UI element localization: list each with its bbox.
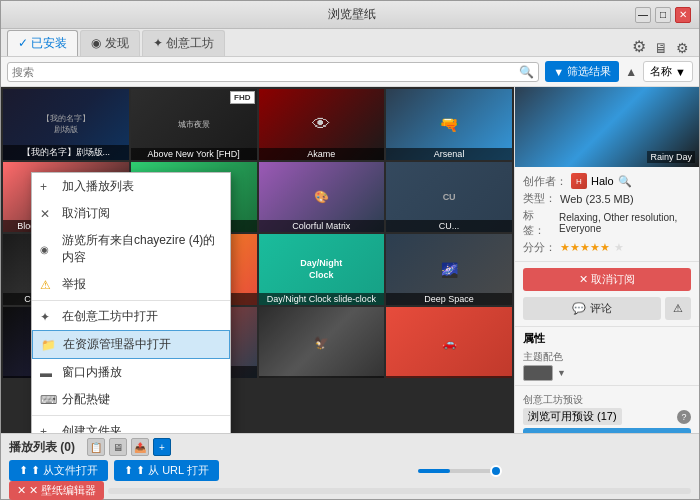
app-window: 浏览壁纸 — □ ✕ ✓ 已安装 ◉ 发现 ✦ 创意工坊 ⚙ 🖥 ⚙ 🔍 (0, 0, 700, 500)
grid-item-15[interactable]: 🦅 (259, 307, 385, 378)
grid-item-2-label: Above New York [FHD] (131, 148, 257, 160)
open-file-label: ⬆ 从文件打开 (31, 463, 98, 478)
grid-item-11-label: Day/Night Clock slide-clock (259, 293, 385, 305)
sort-button[interactable]: 名称 ▼ (643, 61, 693, 82)
open-file-icon: ⬆ (19, 464, 28, 477)
rp-star-add[interactable]: ★ (614, 241, 624, 254)
bottom-icons: 📋 🖥 📤 + (87, 438, 171, 456)
rp-unsubscribe-button[interactable]: ✕ 取消订阅 (523, 268, 691, 291)
cm-report-label: 举报 (62, 276, 86, 293)
bottom-row1: 播放列表 (0) 📋 🖥 📤 + (1, 434, 699, 460)
close-button[interactable]: ✕ (675, 7, 691, 23)
open-file-button[interactable]: ⬆ ⬆ 从文件打开 (9, 460, 108, 481)
tab-installed-icon: ✓ (18, 36, 31, 50)
rp-available-label: 浏览可用预设 (17) (523, 408, 622, 425)
monitor-icon[interactable]: 🖥 (650, 40, 672, 56)
filter-button[interactable]: ▼ 筛选结果 (545, 61, 619, 82)
main-area: 【我的名字】剧场版 【我的名字】剧场版... FHD 城市夜景 Above Ne… (1, 87, 699, 433)
grid-item-8-label: CU... (386, 220, 512, 232)
rp-comment-button[interactable]: 💬 评论 (523, 297, 661, 320)
search-author-icon[interactable]: 🔍 (618, 175, 632, 188)
sort-label: 名称 (650, 64, 672, 79)
slider-fill (418, 469, 450, 473)
rp-help-icon[interactable]: ? (677, 410, 691, 424)
rp-author-label: 创作者： (523, 174, 567, 189)
rp-author-name: Halo (591, 175, 614, 187)
rp-type-label: 类型： (523, 191, 556, 206)
cm-create-folder-icon: + (40, 425, 47, 434)
context-menu: + 加入播放列表 ✕ 取消订阅 ◉ 游览所有来自chayezire (4)的内容… (31, 172, 231, 433)
progress-bar (108, 488, 691, 494)
cm-browse-icon: ◉ (40, 244, 49, 255)
cm-open-workshop[interactable]: ✦ 在创意工坊中打开 (32, 303, 230, 330)
tab-discover-label: 发现 (105, 36, 129, 50)
cm-hotkey-label: 分配热键 (62, 391, 110, 408)
playlist-icon-2[interactable]: 🖥 (109, 438, 127, 456)
playlist-icon-1[interactable]: 📋 (87, 438, 105, 456)
title-bar: 浏览壁纸 — □ ✕ (1, 1, 699, 29)
grid-item-8[interactable]: CU CU... (386, 162, 512, 233)
cm-browse-author[interactable]: ◉ 游览所有来自chayezire (4)的内容 (32, 227, 230, 271)
search-input[interactable] (12, 66, 519, 78)
wallpaper-edit-button[interactable]: ✕ ✕ 壁纸编辑器 (9, 481, 104, 500)
grid-item-1[interactable]: 【我的名字】剧场版 【我的名字】剧场版... (3, 89, 129, 160)
warn-icon: ⚠ (673, 302, 683, 315)
tab-discover[interactable]: ◉ 发现 (80, 30, 139, 56)
minimize-button[interactable]: — (635, 7, 651, 23)
grid-item-7[interactable]: 🎨 Colorful Matrix (259, 162, 385, 233)
tabs-bar: ✓ 已安装 ◉ 发现 ✦ 创意工坊 ⚙ 🖥 ⚙ (1, 29, 699, 57)
cm-window-play[interactable]: ▬ 窗口内播放 (32, 359, 230, 386)
rp-warn-button[interactable]: ⚠ (665, 297, 691, 320)
edit-icon: ✕ (17, 484, 26, 497)
open-url-button[interactable]: ⬆ ⬆ 从 URL 打开 (114, 460, 219, 481)
grid-item-12-label: Deep Space (386, 293, 512, 305)
grid-item-12[interactable]: 🌌 Deep Space (386, 234, 512, 305)
grid-item-16[interactable]: 🚗 (386, 307, 512, 378)
grid-item-3[interactable]: 👁 Akame (259, 89, 385, 160)
grid-item-4[interactable]: 🔫 Arsenal (386, 89, 512, 160)
cm-hotkey[interactable]: ⌨ 分配热键 (32, 386, 230, 413)
sort-down-icon: ▼ (675, 66, 686, 78)
right-panel: Rainy Day 创作者： H Halo 🔍 类型： Web (23.5 MB… (514, 87, 699, 433)
playlist-add-button[interactable]: + (153, 438, 171, 456)
toolbar: 🔍 ▼ 筛选结果 ▲ 名称 ▼ (1, 57, 699, 87)
rp-score-label: 分分： (523, 240, 556, 255)
playlist-icon-3[interactable]: 📤 (131, 438, 149, 456)
cm-workshop-icon: ✦ (40, 310, 50, 324)
tab-discover-icon: ◉ (91, 36, 104, 50)
rp-author: H Halo 🔍 (571, 173, 632, 189)
cm-create-folder[interactable]: + 创建文件夹 (32, 418, 230, 433)
rp-color-box[interactable] (523, 365, 553, 381)
rp-theme-label: 主题配色 (523, 350, 691, 364)
open-url-label: ⬆ 从 URL 打开 (136, 463, 209, 478)
fhd-badge: FHD (230, 91, 254, 104)
rp-preview-label: Rainy Day (647, 151, 695, 163)
search-box[interactable]: 🔍 (7, 62, 539, 82)
edit-label: ✕ 壁纸编辑器 (29, 483, 96, 498)
maximize-button[interactable]: □ (655, 7, 671, 23)
cm-report[interactable]: ⚠ 举报 (32, 271, 230, 298)
cm-add-playlist[interactable]: + 加入播放列表 (32, 173, 230, 200)
bottom-bar: 播放列表 (0) 📋 🖥 📤 + ⬆ ⬆ 从文件打开 ⬆ ⬆ 从 URL 打开 (1, 433, 699, 499)
comment-label: 评论 (590, 301, 612, 316)
cm-open-manager[interactable]: 📁 在资源管理器中打开 (32, 330, 230, 359)
tab-workshop[interactable]: ✦ 创意工坊 (142, 30, 225, 56)
sort-up-icon[interactable]: ▲ (625, 65, 637, 79)
cm-window-icon: ▬ (40, 366, 52, 380)
rp-color-row: ▼ (523, 365, 691, 381)
rp-avatar: H (571, 173, 587, 189)
slider-track[interactable] (418, 469, 498, 473)
cm-browse-label: 游览所有来自chayezire (4)的内容 (62, 232, 220, 266)
gear-icon[interactable]: ⚙ (672, 40, 693, 56)
cm-open-workshop-label: 在创意工坊中打开 (62, 308, 158, 325)
rp-workshop-section: 创意工坊预设 浏览可用预设 (17) ? ✦ 发布预设到创意工坊 (515, 386, 699, 433)
window-title: 浏览壁纸 (69, 6, 635, 23)
settings-icon[interactable]: ⚙ (628, 37, 650, 56)
tab-installed[interactable]: ✓ 已安装 (7, 30, 78, 56)
cm-create-folder-label: 创建文件夹 (62, 423, 122, 433)
grid-item-11[interactable]: Day/NightClock Day/Night Clock slide-clo… (259, 234, 385, 305)
cm-add-icon: + (40, 180, 47, 194)
grid-item-2[interactable]: FHD 城市夜景 Above New York [FHD] (131, 89, 257, 160)
cm-unsubscribe[interactable]: ✕ 取消订阅 (32, 200, 230, 227)
grid-item-1-label: 【我的名字】剧场版... (3, 145, 129, 160)
